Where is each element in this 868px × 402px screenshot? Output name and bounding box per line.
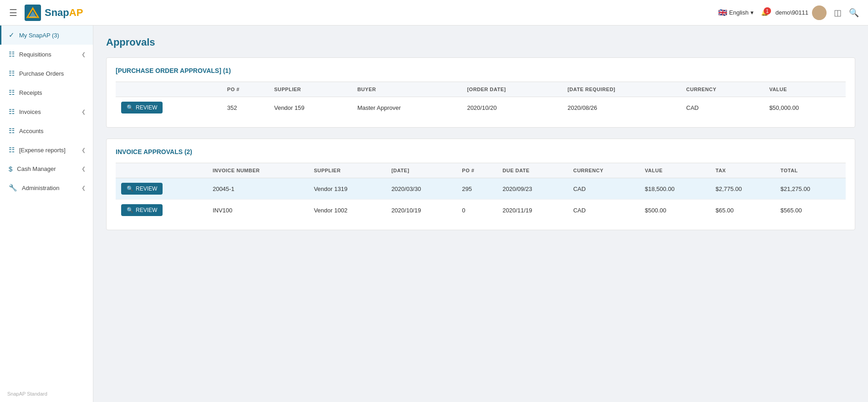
inv-col-supplier: SUPPLIER: [308, 163, 386, 178]
notification-badge: 1: [764, 7, 771, 15]
supplier-cell: Vendor 1319: [308, 178, 386, 200]
receipts-icon: ☷: [9, 88, 15, 97]
sidebar-item-my-snapap[interactable]: ✓ My SnapAP (3): [0, 26, 93, 45]
svg-point-3: [816, 8, 822, 14]
tax-cell: $2,775.00: [710, 178, 775, 200]
po-table-header: PO # SUPPLIER BUYER [ORDER DATE] [DATE R…: [116, 82, 846, 97]
language-selector[interactable]: 🇬🇧 English ▾: [718, 8, 754, 17]
supplier-cell: Vendor 159: [269, 97, 352, 119]
purchase-orders-icon: ☷: [9, 69, 15, 77]
expense-reports-icon: ☷: [9, 146, 15, 154]
sidebar-item-left: ☷ Receipts: [9, 88, 42, 97]
inv-review-cell: 🔍 REVIEW: [116, 200, 207, 221]
user-area[interactable]: demo\90111: [776, 5, 827, 20]
value-cell: $500.00: [639, 200, 710, 221]
check-circle-icon: ✓: [9, 31, 15, 39]
total-cell: $21,275.00: [775, 178, 846, 200]
inv-col-tax: TAX: [710, 163, 775, 178]
table-row: 🔍 REVIEW 352 Vendor 159 Master Approver …: [116, 97, 846, 119]
sidebar-item-left: ☷ Invoices: [9, 108, 41, 116]
tax-cell: $65.00: [710, 200, 775, 221]
table-row: 🔍 REVIEW INV100 Vendor 1002 2020/10/19 0…: [116, 200, 846, 221]
sidebar-label-my-snapap: My SnapAP (3): [19, 32, 59, 39]
sidebar-label-requisitions: Requisitions: [19, 51, 51, 58]
administration-icon: 🔧: [9, 184, 17, 192]
invoice-number-cell: INV100: [207, 200, 308, 221]
due-date-cell: 2020/11/19: [497, 200, 568, 221]
sidebar-item-left: ☷ Purchase Orders: [9, 69, 64, 77]
inv-col-date: [DATE]: [386, 163, 456, 178]
requisitions-icon: ☷: [9, 50, 15, 58]
invoice-review-button[interactable]: 🔍 REVIEW: [121, 204, 163, 216]
invoice-review-button[interactable]: 🔍 REVIEW: [121, 183, 163, 195]
po-col-action: [116, 82, 222, 97]
sidebar-item-requisitions[interactable]: ☷ Requisitions ❮: [0, 45, 93, 64]
user-avatar: [812, 5, 827, 20]
chevron-icon: ❮: [82, 109, 86, 115]
po-col-currency: CURRENCY: [681, 82, 764, 97]
supplier-cell: Vendor 1002: [308, 200, 386, 221]
value-cell: $18,500.00: [639, 178, 710, 200]
invoice-table: INVOICE NUMBER SUPPLIER [DATE] PO # DUE …: [116, 163, 846, 221]
due-date-cell: 2020/09/23: [497, 178, 568, 200]
invoice-section-title: INVOICE APPROVALS (2): [116, 148, 846, 155]
sidebar-label-invoices: Invoices: [19, 108, 41, 115]
sidebar-item-expense-reports[interactable]: ☷ [Expense reports] ❮: [0, 140, 93, 160]
po-approvals-section: [PURCHASE ORDER APPROVALS] (1) PO # SUPP…: [106, 57, 855, 128]
lang-chevron-icon: ▾: [751, 9, 754, 16]
sidebar-item-left: ☷ [Expense reports]: [9, 146, 66, 154]
date-cell: 2020/10/19: [386, 200, 456, 221]
date-cell: 2020/03/30: [386, 178, 456, 200]
search-icon: 🔍: [127, 104, 133, 111]
sidebar: ✓ My SnapAP (3) ☷ Requisitions ❮ ☷ Purch…: [0, 26, 93, 402]
cash-manager-icon: $: [9, 165, 12, 173]
user-name: demo\90111: [776, 9, 808, 16]
invoices-icon: ☷: [9, 108, 15, 116]
hamburger-icon[interactable]: ☰: [9, 7, 17, 18]
sidebar-item-left: $ Cash Manager: [9, 165, 56, 173]
svg-point-4: [814, 15, 825, 20]
po-review-button[interactable]: 🔍 REVIEW: [121, 102, 163, 113]
language-label: English: [729, 9, 749, 16]
logo-text: SnapAP: [45, 7, 83, 19]
sidebar-item-invoices[interactable]: ☷ Invoices ❮: [0, 102, 93, 121]
logo-svg: [25, 5, 41, 21]
search-icon: 🔍: [127, 186, 133, 192]
app-body: ✓ My SnapAP (3) ☷ Requisitions ❮ ☷ Purch…: [0, 26, 868, 402]
po-col-buyer: BUYER: [352, 82, 462, 97]
sidebar-item-cash-manager[interactable]: $ Cash Manager ❮: [0, 160, 93, 178]
avatar-svg: [812, 5, 827, 20]
po-col-value: VALUE: [764, 82, 846, 97]
inv-col-due-date: DUE DATE: [497, 163, 568, 178]
header-right: 🇬🇧 English ▾ 🔔 1 demo\90111 ◫ 🔍: [718, 5, 859, 20]
sidebar-item-left: ☷ Requisitions: [9, 50, 51, 58]
sidebar-item-administration[interactable]: 🔧 Administration ❮: [0, 178, 93, 197]
sidebar-item-accounts[interactable]: ☷ Accounts: [0, 121, 93, 140]
inv-col-currency: CURRENCY: [568, 163, 639, 178]
notification-bell[interactable]: 🔔 1: [761, 9, 768, 16]
po-col-order-date: [ORDER DATE]: [462, 82, 562, 97]
po-col-date-required: [DATE REQUIRED]: [562, 82, 681, 97]
sidebar-item-purchase-orders[interactable]: ☷ Purchase Orders: [0, 64, 93, 83]
sidebar-item-receipts[interactable]: ☷ Receipts: [0, 83, 93, 102]
logo: SnapAP: [25, 5, 83, 21]
currency-cell: CAD: [681, 97, 764, 119]
sidebar-label-administration: Administration: [22, 185, 59, 191]
page-title: Approvals: [106, 36, 855, 48]
sidebar-label-purchase-orders: Purchase Orders: [19, 70, 64, 77]
po-col-supplier: SUPPLIER: [269, 82, 352, 97]
sidebar-label-expense-reports: [Expense reports]: [19, 147, 66, 154]
order-date-cell: 2020/10/20: [462, 97, 562, 119]
chevron-icon: ❮: [82, 166, 86, 172]
chevron-icon: ❮: [82, 185, 86, 191]
search-icon[interactable]: 🔍: [849, 8, 859, 18]
main-content: Approvals [PURCHASE ORDER APPROVALS] (1)…: [93, 26, 868, 402]
chat-icon[interactable]: ◫: [834, 8, 842, 18]
inv-col-po-num: PO #: [457, 163, 497, 178]
po-num-cell: 0: [457, 200, 497, 221]
inv-col-invoice-number: INVOICE NUMBER: [207, 163, 308, 178]
po-num-cell: 352: [222, 97, 269, 119]
invoice-table-header: INVOICE NUMBER SUPPLIER [DATE] PO # DUE …: [116, 163, 846, 178]
header-left: ☰ SnapAP: [9, 5, 83, 21]
sidebar-footer: SnapAP Standard: [0, 386, 93, 402]
